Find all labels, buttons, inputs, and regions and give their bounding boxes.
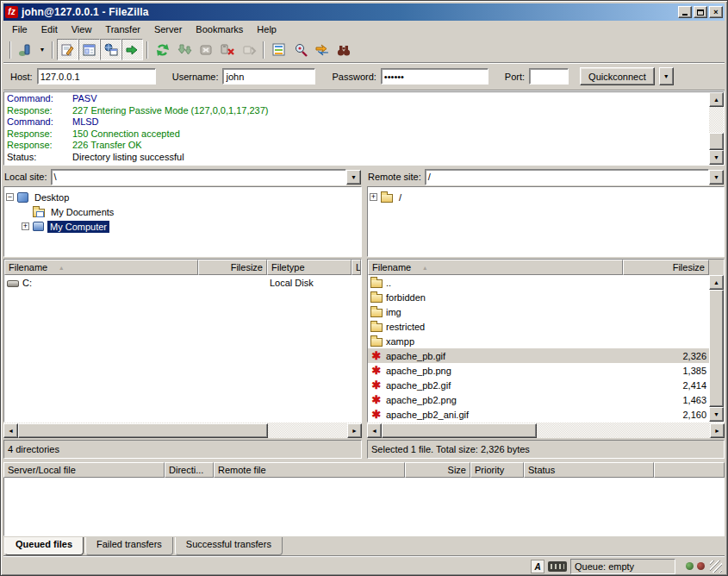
minimize-button[interactable] bbox=[678, 6, 692, 18]
queue-body[interactable] bbox=[3, 478, 725, 536]
tab-failed-transfers[interactable]: Failed transfers bbox=[85, 537, 173, 555]
local-site-value[interactable]: \ bbox=[51, 169, 346, 185]
column-header-filetype[interactable]: Filetype bbox=[267, 260, 352, 275]
scroll-up-button[interactable]: ▲ bbox=[709, 275, 724, 290]
menu-file[interactable]: File bbox=[5, 22, 34, 36]
remote-file-row[interactable]: xampp bbox=[368, 334, 709, 348]
remote-site-bar: Remote site: / ▼ bbox=[367, 167, 725, 186]
remote-horizontal-scrollbar[interactable]: ◄ ► bbox=[367, 423, 725, 438]
browser-panes: Local site: \ ▼ − Desktop My Documents bbox=[3, 167, 725, 459]
expand-icon[interactable]: + bbox=[22, 222, 29, 230]
data-type-icon[interactable]: A bbox=[531, 560, 544, 573]
column-header-filename[interactable]: Filename▴ bbox=[4, 260, 198, 275]
toggle-message-log-button[interactable] bbox=[57, 39, 78, 60]
scroll-up-button[interactable]: ▲ bbox=[709, 92, 724, 107]
remote-site-dropdown-button[interactable]: ▼ bbox=[709, 170, 724, 185]
column-header-remote-file[interactable]: Remote file bbox=[214, 462, 405, 478]
menu-bookmarks[interactable]: Bookmarks bbox=[189, 22, 250, 36]
maximize-button[interactable] bbox=[694, 6, 707, 18]
tree-item-desktop[interactable]: − Desktop bbox=[6, 190, 359, 204]
toggle-local-tree-button[interactable] bbox=[78, 39, 100, 60]
local-file-row[interactable]: C: Local Disk bbox=[4, 275, 361, 290]
remote-file-row[interactable]: ✱apache_pb.png 1,385 bbox=[368, 363, 709, 378]
scrollbar-thumb[interactable] bbox=[709, 133, 724, 150]
quickconnect-button[interactable]: Quickconnect bbox=[580, 67, 655, 85]
disconnect-button[interactable] bbox=[216, 39, 238, 60]
local-horizontal-scrollbar[interactable]: ◄ ► bbox=[3, 423, 362, 438]
scrollbar-thumb[interactable] bbox=[382, 423, 537, 438]
remote-file-row[interactable]: forbidden bbox=[368, 290, 709, 304]
tree-item-my-documents[interactable]: My Documents bbox=[22, 204, 359, 219]
directory-comparison-button[interactable] bbox=[289, 39, 311, 60]
reconnect-button[interactable] bbox=[238, 39, 259, 60]
file-name: apache_pb.gif bbox=[386, 351, 445, 361]
scroll-left-button[interactable]: ◄ bbox=[367, 423, 382, 438]
site-manager-dropdown-button[interactable]: ▼ bbox=[36, 39, 48, 60]
menu-server[interactable]: Server bbox=[147, 22, 189, 36]
scrollbar-thumb[interactable] bbox=[18, 423, 268, 438]
column-header-server-local-file[interactable]: Server/Local file bbox=[3, 462, 165, 478]
username-label: Username: bbox=[172, 72, 219, 82]
local-site-dropdown-button[interactable]: ▼ bbox=[346, 170, 361, 185]
filter-button[interactable] bbox=[268, 39, 289, 60]
tab-queued-files[interactable]: Queued files bbox=[4, 537, 84, 555]
synchronized-browsing-button[interactable] bbox=[311, 39, 333, 60]
arrow-left-icon: ◄ bbox=[8, 428, 14, 434]
column-header-priority[interactable]: Priority bbox=[470, 462, 524, 478]
remote-file-row[interactable]: img bbox=[368, 304, 709, 319]
remote-site-combo[interactable]: / ▼ bbox=[425, 169, 724, 185]
speed-limits-icon[interactable] bbox=[548, 561, 567, 572]
column-header-filesize[interactable]: Filesize bbox=[623, 260, 709, 275]
find-files-button[interactable] bbox=[333, 39, 354, 60]
remote-vertical-scrollbar[interactable]: ▲ ▼ bbox=[709, 275, 724, 422]
log-label: Response: bbox=[7, 105, 72, 117]
remote-file-row[interactable]: .. bbox=[368, 275, 709, 290]
scrollbar-thumb[interactable] bbox=[709, 290, 724, 407]
scroll-left-button[interactable]: ◄ bbox=[3, 423, 18, 438]
column-header-status[interactable]: Status bbox=[524, 462, 654, 478]
tree-item-my-computer[interactable]: + My Computer bbox=[22, 219, 359, 234]
expand-icon[interactable]: + bbox=[370, 193, 377, 201]
remote-file-row[interactable]: ✱apache_pb2_ani.gif 2,160 bbox=[368, 407, 709, 422]
column-header-lastmodified[interactable]: L bbox=[352, 260, 361, 275]
menu-view[interactable]: View bbox=[65, 22, 99, 36]
column-header-filesize[interactable]: Filesize bbox=[198, 260, 267, 275]
scroll-down-button[interactable]: ▼ bbox=[709, 407, 724, 422]
file-name: img bbox=[386, 307, 401, 317]
local-site-combo[interactable]: \ ▼ bbox=[51, 169, 361, 185]
remote-file-row-selected[interactable]: ✱apache_pb.gif 2,326 bbox=[368, 348, 709, 363]
column-header-direction[interactable]: Directi... bbox=[165, 462, 214, 478]
menu-transfer[interactable]: Transfer bbox=[98, 22, 147, 36]
close-button[interactable]: × bbox=[709, 6, 723, 18]
remote-file-row[interactable]: ✱apache_pb2.png 1,463 bbox=[368, 392, 709, 407]
host-input[interactable] bbox=[37, 68, 156, 85]
log-vertical-scrollbar[interactable]: ▲ ▼ bbox=[709, 92, 724, 165]
remote-site-value[interactable]: / bbox=[425, 169, 709, 185]
toolbar: ▼ bbox=[3, 37, 725, 63]
remote-file-row[interactable]: ✱apache_pb2.gif 2,414 bbox=[368, 378, 709, 392]
process-queue-button[interactable] bbox=[173, 39, 195, 60]
cancel-button[interactable] bbox=[195, 39, 216, 60]
resize-grip[interactable] bbox=[710, 560, 722, 573]
scroll-right-button[interactable]: ► bbox=[710, 423, 725, 438]
site-manager-button[interactable] bbox=[15, 39, 36, 60]
menu-edit[interactable]: Edit bbox=[34, 22, 65, 36]
collapse-icon[interactable]: − bbox=[6, 193, 14, 201]
scroll-down-button[interactable]: ▼ bbox=[709, 150, 724, 165]
menu-help[interactable]: Help bbox=[250, 22, 283, 36]
refresh-button[interactable] bbox=[152, 39, 173, 60]
column-header-size[interactable]: Size bbox=[405, 462, 470, 478]
password-input[interactable] bbox=[381, 68, 488, 85]
toggle-remote-tree-button[interactable] bbox=[100, 39, 121, 60]
port-input[interactable] bbox=[529, 68, 569, 85]
quickconnect-dropdown-button[interactable]: ▼ bbox=[659, 67, 674, 85]
column-header-filename[interactable]: Filename▴ bbox=[368, 260, 623, 275]
scroll-right-button[interactable]: ► bbox=[347, 423, 362, 438]
tab-successful-transfers[interactable]: Successful transfers bbox=[175, 537, 283, 555]
tree-item-root[interactable]: + / bbox=[370, 190, 722, 204]
file-name: .. bbox=[386, 278, 391, 288]
toggle-transfer-queue-button[interactable] bbox=[121, 39, 143, 60]
arrow-up-icon: ▲ bbox=[713, 97, 719, 103]
username-input[interactable] bbox=[222, 68, 315, 85]
remote-file-row[interactable]: restricted bbox=[368, 319, 709, 334]
